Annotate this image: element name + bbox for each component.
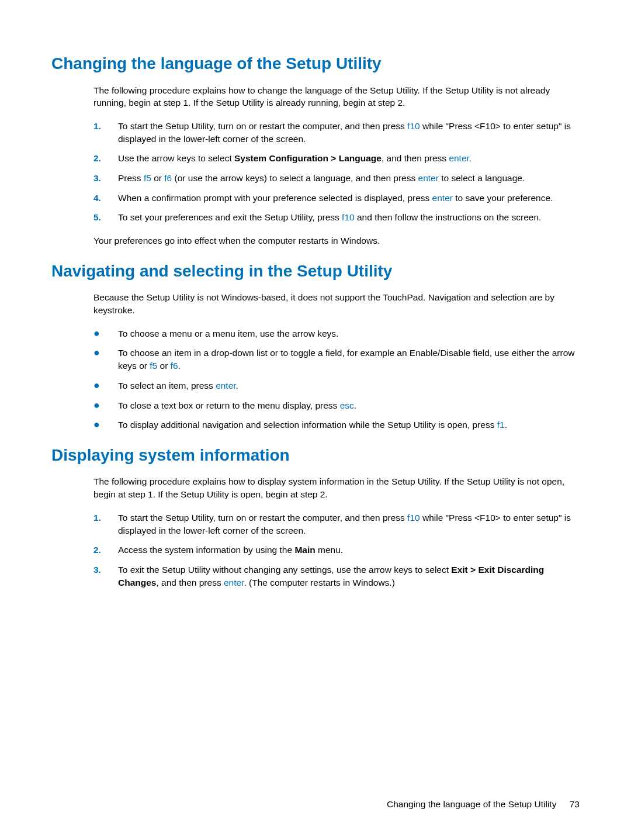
step-item: 2. Use the arrow keys to select System C… (93, 152, 580, 165)
step-content: To exit the Setup Utility without changi… (118, 564, 580, 589)
key-enter: enter (432, 193, 453, 203)
step-number: 2. (93, 152, 118, 165)
step-item: 3. To exit the Setup Utility without cha… (93, 564, 580, 589)
key-f10: f10 (407, 513, 420, 523)
step-number: 1. (93, 511, 118, 524)
key-f1: f1 (497, 420, 505, 430)
key-enter: enter (224, 578, 244, 587)
bold-menu-path: System Configuration > Language (234, 153, 382, 163)
intro-paragraph: Because the Setup Utility is not Windows… (93, 291, 580, 316)
bullet-item: ● To choose a menu or a menu item, use t… (93, 327, 580, 340)
step-content: Access the system information by using t… (118, 544, 580, 556)
bullet-icon: ● (93, 327, 118, 340)
bullet-content: To choose an item in a drop-down list or… (118, 347, 580, 372)
page-number: 73 (570, 799, 580, 809)
section-navigating: Navigating and selecting in the Setup Ut… (51, 261, 580, 431)
key-f10: f10 (342, 212, 355, 222)
key-f5: f5 (144, 173, 151, 183)
outro-paragraph: Your preferences go into effect when the… (93, 234, 580, 247)
bullet-content: To choose a menu or a menu item, use the… (118, 327, 580, 340)
key-enter: enter (216, 381, 235, 390)
step-content: Press f5 or f6 (or use the arrow keys) t… (118, 172, 580, 185)
intro-paragraph: The following procedure explains how to … (93, 84, 580, 109)
key-f10: f10 (407, 121, 420, 131)
step-item: 5. To set your preferences and exit the … (93, 211, 580, 224)
step-number: 3. (93, 564, 118, 576)
step-item: 1. To start the Setup Utility, turn on o… (93, 511, 580, 537)
step-item: 1. To start the Setup Utility, turn on o… (93, 120, 580, 145)
bullet-item: ● To close a text box or return to the m… (93, 399, 580, 412)
bullet-item: ● To choose an item in a drop-down list … (93, 347, 580, 372)
key-enter: enter (449, 153, 469, 163)
section-displaying-info: Displaying system information The follow… (51, 445, 580, 589)
key-enter: enter (418, 173, 439, 183)
step-number: 2. (93, 544, 118, 556)
bullet-item: ● To select an item, press enter. (93, 379, 580, 392)
key-f5: f5 (150, 361, 157, 371)
bullet-content: To close a text box or return to the men… (118, 399, 580, 412)
steps-list-3: 1. To start the Setup Utility, turn on o… (93, 511, 580, 589)
step-content: To start the Setup Utility, turn on or r… (118, 120, 580, 145)
step-item: 4. When a confirmation prompt with your … (93, 192, 580, 205)
bullet-icon: ● (93, 399, 118, 412)
page-footer: Changing the language of the Setup Utili… (387, 799, 580, 810)
step-content: To start the Setup Utility, turn on or r… (118, 511, 580, 537)
key-f6: f6 (164, 173, 172, 183)
bullet-content: To select an item, press enter. (118, 379, 580, 392)
step-number: 5. (93, 211, 118, 224)
step-number: 1. (93, 120, 118, 133)
key-esc: esc (340, 400, 354, 410)
steps-list-1: 1. To start the Setup Utility, turn on o… (93, 120, 580, 224)
bullet-item: ● To display additional navigation and s… (93, 419, 580, 431)
step-content: Use the arrow keys to select System Conf… (118, 152, 580, 165)
heading-navigating: Navigating and selecting in the Setup Ut… (51, 261, 580, 281)
step-number: 3. (93, 172, 118, 185)
step-number: 4. (93, 192, 118, 205)
bold-main: Main (294, 545, 315, 555)
step-content: When a confirmation prompt with your pre… (118, 192, 580, 205)
bullet-icon: ● (93, 419, 118, 431)
step-item: 2. Access the system information by usin… (93, 544, 580, 556)
footer-text: Changing the language of the Setup Utili… (387, 799, 556, 809)
bullet-icon: ● (93, 379, 118, 392)
heading-displaying-info: Displaying system information (51, 445, 580, 465)
bullet-content: To display additional navigation and sel… (118, 419, 580, 431)
bullet-icon: ● (93, 347, 118, 359)
heading-changing-language: Changing the language of the Setup Utili… (51, 54, 580, 74)
key-f6: f6 (171, 361, 178, 371)
intro-paragraph: The following procedure explains how to … (93, 475, 580, 500)
bullet-list-nav: ● To choose a menu or a menu item, use t… (93, 327, 580, 431)
step-item: 3. Press f5 or f6 (or use the arrow keys… (93, 172, 580, 185)
section-changing-language: Changing the language of the Setup Utili… (51, 54, 580, 247)
step-content: To set your preferences and exit the Set… (118, 211, 580, 224)
